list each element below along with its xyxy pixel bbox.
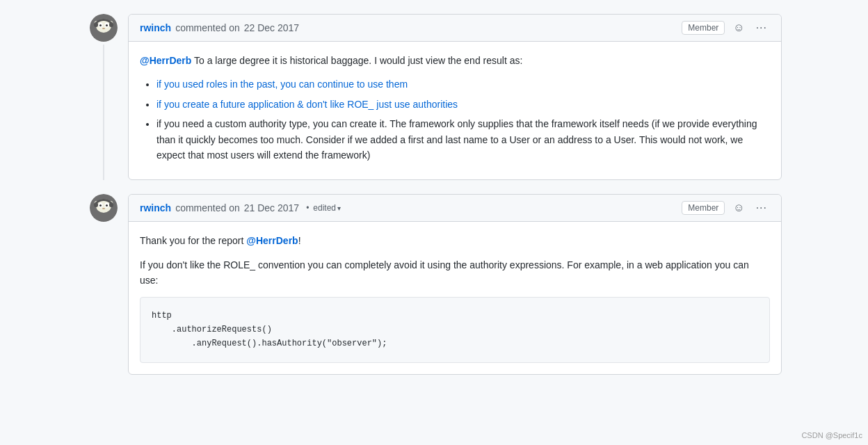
comment-wrapper-1: rwinch commented on 22 Dec 2017 Member ☺… (86, 14, 782, 180)
comment-action-2: commented on (175, 202, 240, 213)
svg-point-6 (99, 24, 102, 26)
avatar-col-2 (86, 194, 121, 374)
member-badge-2: Member (682, 201, 725, 215)
bullet-item-1-2: if you create a future application & don… (156, 97, 770, 112)
svg-point-7 (106, 24, 108, 26)
member-badge-1: Member (682, 21, 725, 35)
svg-rect-10 (109, 22, 113, 27)
code-block-2: http .authorizeRequests() .anyRequest().… (140, 297, 770, 363)
body-line1-2: Thank you for the report (140, 235, 246, 246)
comments-container: rwinch commented on 22 Dec 2017 Member ☺… (86, 14, 782, 375)
svg-rect-20 (94, 202, 98, 207)
body-line1-end-2: ! (298, 235, 301, 246)
body-line2-2: If you don't like the ROLE_ convention y… (140, 259, 749, 286)
comment-header-left-2: rwinch commented on 21 Dec 2017 • edited… (140, 202, 341, 213)
comment-author-1[interactable]: rwinch (140, 22, 171, 33)
comment-box-2: rwinch commented on 21 Dec 2017 • edited… (128, 194, 782, 374)
mention-2[interactable]: @HerrDerb (246, 235, 298, 246)
emoji-button-1[interactable]: ☺ (730, 21, 747, 35)
bullet-item-1-3: if you need a custom authority type, you… (156, 116, 770, 163)
emoji-button-2[interactable]: ☺ (730, 201, 747, 215)
comment-header-2: rwinch commented on 21 Dec 2017 • edited… (129, 195, 781, 222)
comment-author-2[interactable]: rwinch (140, 202, 171, 213)
more-button-1[interactable]: ··· (753, 20, 770, 35)
bullet-list-1: if you used roles in the past, you can c… (156, 76, 770, 163)
svg-point-19 (102, 208, 105, 209)
svg-rect-21 (109, 202, 113, 207)
comment-header-right-2: Member ☺ ··· (682, 200, 770, 216)
comment-date-1: 22 Dec 2017 (244, 22, 299, 33)
comment-header-right-1: Member ☺ ··· (682, 20, 770, 35)
comment-date-2: 21 Dec 2017 (244, 202, 299, 213)
edited-label: edited (313, 203, 336, 213)
svg-rect-9 (94, 22, 98, 27)
comment-body-1: @HerrDerb To a large degree it is histor… (129, 42, 781, 179)
bullet-item-1-1: if you used roles in the past, you can c… (156, 76, 770, 92)
comment-header-1: rwinch commented on 22 Dec 2017 Member ☺… (129, 15, 781, 42)
avatar-1 (90, 14, 118, 42)
comment-body-2: Thank you for the report @HerrDerb! If y… (129, 222, 781, 373)
svg-point-8 (102, 28, 105, 29)
avatar-2 (90, 194, 118, 222)
svg-point-18 (106, 204, 108, 207)
mention-1[interactable]: @HerrDerb (140, 55, 191, 66)
chevron-down-icon: ▾ (337, 204, 341, 212)
comment-wrapper-2: rwinch commented on 21 Dec 2017 • edited… (86, 194, 782, 374)
comment-action-1: commented on (175, 22, 240, 33)
edited-dropdown[interactable]: edited ▾ (313, 203, 341, 213)
comment-header-left-1: rwinch commented on 22 Dec 2017 (140, 22, 299, 33)
bullet-separator: • (306, 203, 309, 213)
body-intro-1: To a large degree it is historical bagga… (191, 55, 522, 66)
timeline-line-1 (103, 44, 104, 180)
avatar-col-1 (86, 14, 121, 180)
comment-box-1: rwinch commented on 22 Dec 2017 Member ☺… (128, 14, 782, 180)
more-button-2[interactable]: ··· (753, 200, 770, 216)
svg-point-17 (99, 204, 102, 207)
